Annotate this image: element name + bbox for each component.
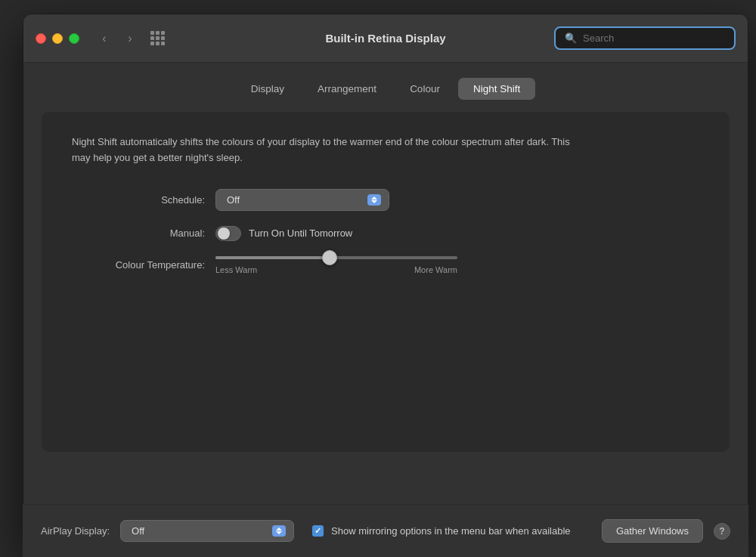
content-area: Display Arrangement Colour Night Shift N…: [23, 63, 748, 470]
airplay-chevron-icon: [272, 525, 286, 537]
night-shift-panel: Night Shift automatically shifts the col…: [42, 112, 730, 452]
search-box[interactable]: 🔍: [554, 26, 736, 50]
window-title: Built-in Retina Display: [325, 32, 445, 45]
mirroring-checkbox[interactable]: ✓: [312, 525, 324, 537]
gather-windows-button[interactable]: Gather Windows: [602, 519, 703, 543]
search-icon: 🔍: [565, 32, 577, 44]
mirroring-label: Show mirroring options in the menu bar w…: [331, 525, 571, 537]
minimize-button[interactable]: [52, 33, 63, 44]
back-button[interactable]: ‹: [94, 29, 114, 48]
manual-row: Manual: Turn On Until Tomorrow: [72, 226, 699, 241]
forward-button[interactable]: ›: [120, 29, 140, 48]
slider-more-warm-label: More Warm: [414, 265, 457, 274]
slider-track: [215, 256, 457, 259]
tab-display[interactable]: Display: [236, 78, 299, 100]
manual-toggle-label: Turn On Until Tomorrow: [249, 227, 352, 239]
slider-less-warm-label: Less Warm: [215, 265, 257, 274]
colour-temp-slider-container: Less Warm More Warm: [215, 256, 457, 274]
tab-colour[interactable]: Colour: [395, 78, 455, 100]
schedule-dropdown[interactable]: Off: [215, 189, 389, 211]
bottom-bar: AirPlay Display: Off ✓ Show mirroring op…: [23, 504, 748, 557]
tab-night-shift[interactable]: Night Shift: [458, 78, 535, 100]
airplay-value: Off: [132, 525, 144, 537]
nav-buttons: ‹ ›: [94, 29, 140, 48]
main-window: ‹ › Built-in Retina Display 🔍 Display Ar…: [23, 14, 748, 550]
grid-icon[interactable]: [150, 31, 165, 45]
toggle-knob: [218, 227, 230, 240]
airplay-label: AirPlay Display:: [41, 525, 110, 537]
help-button[interactable]: ?: [714, 523, 730, 540]
airplay-dropdown[interactable]: Off: [120, 520, 294, 542]
night-shift-description: Night Shift automatically shifts the col…: [72, 135, 586, 166]
slider-thumb[interactable]: [322, 250, 337, 265]
manual-label: Manual:: [72, 227, 215, 239]
tab-arrangement[interactable]: Arrangement: [302, 78, 392, 100]
search-input[interactable]: [583, 32, 725, 44]
traffic-lights: [36, 33, 79, 44]
close-button[interactable]: [36, 33, 46, 44]
schedule-chevron-icon: [367, 194, 381, 206]
manual-toggle-container: Turn On Until Tomorrow: [215, 226, 352, 241]
schedule-row: Schedule: Off: [72, 189, 699, 211]
titlebar: ‹ › Built-in Retina Display 🔍: [23, 14, 748, 63]
maximize-button[interactable]: [69, 33, 79, 44]
colour-temp-row: Colour Temperature: Less Warm More Warm: [72, 256, 699, 274]
tab-bar: Display Arrangement Colour Night Shift: [42, 63, 730, 112]
schedule-label: Schedule:: [72, 194, 215, 206]
schedule-value: Off: [227, 194, 240, 206]
slider-fill: [215, 256, 332, 259]
slider-labels: Less Warm More Warm: [215, 265, 457, 274]
colour-temp-label: Colour Temperature:: [72, 259, 215, 271]
mirroring-row: ✓ Show mirroring options in the menu bar…: [312, 525, 591, 537]
checkmark-icon: ✓: [314, 527, 321, 535]
manual-toggle[interactable]: [215, 226, 241, 241]
